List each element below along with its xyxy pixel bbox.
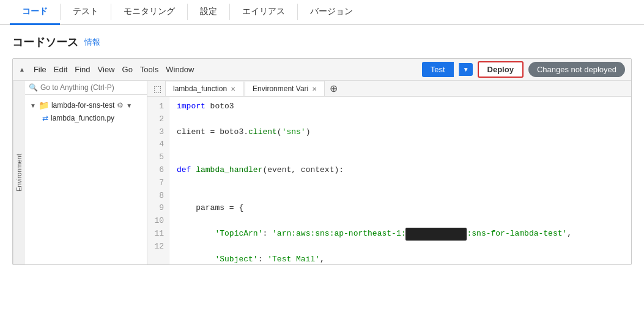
- menu-tools[interactable]: Tools: [140, 65, 158, 74]
- file-tree: ▼ 📁 lambda-for-sns-test ⚙ ▼ ⇄ lambda_fun…: [25, 95, 147, 264]
- file-search-bar: 🔍: [25, 81, 147, 95]
- file-panel: 🔍 ▼ 📁 lambda-for-sns-test ⚙ ▼ ⇄ lambda_f…: [25, 81, 147, 264]
- line-num-4: 4: [152, 138, 164, 151]
- test-button[interactable]: Test: [422, 62, 454, 77]
- code-view-area: ⬚ lambda_function ✕ Environment Vari ✕ ⊕…: [147, 81, 631, 264]
- file-item-lambda[interactable]: ⇄ lambda_function.py: [25, 112, 147, 124]
- editor-toolbar: ▲ File Edit Find View Go Tools Window Te…: [13, 59, 631, 81]
- code-line-4: def lambda_handler(event, context):: [177, 164, 624, 177]
- line-num-7: 7: [152, 177, 164, 190]
- gear-icon[interactable]: ⚙: [117, 101, 124, 110]
- add-tab-button[interactable]: ⊕: [326, 81, 341, 95]
- menu-edit[interactable]: Edit: [54, 65, 67, 74]
- line-num-8: 8: [152, 190, 164, 203]
- folder-name: lambda-for-sns-test: [51, 101, 114, 110]
- code-line-6: params = {: [177, 202, 624, 215]
- menu-find[interactable]: Find: [75, 65, 90, 74]
- top-tab-bar: コード テスト モニタリング 設定 エイリアス バージョン: [0, 0, 644, 25]
- test-dropdown-button[interactable]: ▼: [459, 63, 473, 76]
- folder-item[interactable]: ▼ 📁 lambda-for-sns-test ⚙ ▼: [25, 99, 147, 112]
- file-name: lambda_function.py: [51, 114, 114, 122]
- line-num-11: 11: [152, 228, 164, 241]
- tab-env-vars[interactable]: Environment Vari ✕: [245, 81, 325, 96]
- line-num-3: 3: [152, 126, 164, 139]
- editor-container: ▲ File Edit Find View Go Tools Window Te…: [12, 58, 632, 265]
- tab-close-env[interactable]: ✕: [312, 86, 317, 92]
- tab-aliases[interactable]: エイリアス: [230, 0, 297, 25]
- tab-label-env: Environment Vari: [253, 84, 308, 93]
- line-num-12: 12: [152, 241, 164, 253]
- line-num-1: 1: [152, 100, 164, 113]
- folder-icon: 📁: [39, 100, 49, 110]
- tab-settings[interactable]: 設定: [188, 0, 229, 25]
- menu-window[interactable]: Window: [166, 65, 194, 74]
- code-line-8: 'Subject': 'Test Mail',: [177, 253, 624, 264]
- folder-chevron-icon: ▼: [126, 102, 132, 109]
- search-icon: 🔍: [29, 83, 38, 92]
- collapse-triangle-icon[interactable]: ▲: [19, 66, 25, 73]
- line-numbers: 1 2 3 4 5 6 7 8 9 10 11 12: [147, 97, 169, 264]
- code-line-1: import boto3: [177, 100, 624, 113]
- line-num-6: 6: [152, 164, 164, 177]
- menu-go[interactable]: Go: [122, 65, 133, 74]
- search-input[interactable]: [40, 83, 143, 92]
- code-editor-body: Environment 🔍 ▼ 📁 lambda-for-sns-test ⚙ …: [13, 81, 631, 264]
- tab-versions[interactable]: バージョン: [298, 0, 365, 25]
- info-link[interactable]: 情報: [84, 37, 100, 48]
- code-line-7: 'TopicArn': 'arn:aws:sns:ap-northeast-1:…: [177, 228, 624, 241]
- code-content[interactable]: import boto3 client = boto3.client('sns'…: [169, 97, 631, 264]
- code-area[interactable]: 1 2 3 4 5 6 7 8 9 10 11 12 import boto3 …: [147, 97, 631, 264]
- tab-test[interactable]: テスト: [61, 0, 111, 25]
- section-title-text: コードソース: [12, 35, 78, 50]
- line-num-10: 10: [152, 215, 164, 228]
- menu-view[interactable]: View: [98, 65, 115, 74]
- menu-file[interactable]: File: [34, 65, 46, 74]
- editor-tabs: ⬚ lambda_function ✕ Environment Vari ✕ ⊕: [147, 81, 631, 97]
- toolbar-right: Test ▼ Deploy Changes not deployed: [422, 61, 625, 78]
- deploy-button[interactable]: Deploy: [478, 61, 524, 78]
- section-header: コードソース 情報: [12, 35, 632, 50]
- line-num-9: 9: [152, 202, 164, 215]
- tab-code[interactable]: コード: [10, 0, 60, 25]
- changes-not-deployed-badge: Changes not deployed: [528, 62, 625, 77]
- line-num-5: 5: [152, 151, 164, 164]
- code-line-2: client = boto3.client('sns'): [177, 126, 624, 139]
- tab-label-lambda: lambda_function: [173, 84, 227, 93]
- main-content: コードソース 情報 ▲ File Edit Find View Go Tools…: [0, 25, 644, 275]
- line-num-2: 2: [152, 113, 164, 126]
- copy-icon[interactable]: ⬚: [150, 81, 165, 96]
- toolbar-menu: File Edit Find View Go Tools Window: [34, 65, 194, 74]
- tab-lambda-function[interactable]: lambda_function ✕: [165, 81, 243, 96]
- tab-close-lambda[interactable]: ✕: [231, 86, 235, 92]
- chevron-down-icon: ▼: [30, 102, 36, 109]
- environment-label: Environment: [13, 81, 25, 264]
- tab-monitoring[interactable]: モニタリング: [111, 0, 187, 25]
- file-icon: ⇄: [42, 114, 48, 122]
